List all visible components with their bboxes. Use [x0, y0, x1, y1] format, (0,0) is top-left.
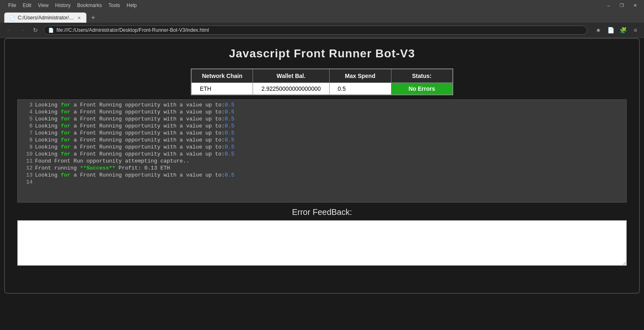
browser-toolbar: ← → ↻ 📄 file:///C:/Users/Administrator/D… — [0, 23, 644, 38]
log-line-number: 10 — [21, 151, 33, 157]
new-tab-button[interactable]: + — [88, 13, 98, 23]
col-header-wallet-bal: Wallet Bal. — [253, 69, 329, 83]
log-line: 7Looking for a Front Running opportunity… — [18, 130, 626, 137]
menu-help[interactable]: Help — [126, 2, 137, 8]
restore-button[interactable]: ❒ — [616, 1, 628, 10]
log-line-text: Looking for a Front Running opportunity … — [35, 130, 234, 136]
log-line-text: Looking for a Front Running opportunity … — [35, 109, 234, 115]
reading-list-icon[interactable]: 📄 — [606, 26, 615, 35]
reload-button[interactable]: ↻ — [30, 25, 40, 35]
menu-view[interactable]: View — [38, 2, 49, 8]
log-line: 8Looking for a Front Running opportunity… — [18, 137, 626, 144]
log-line-number: 7 — [21, 130, 33, 136]
window-controls: – ❒ ✕ — [603, 1, 641, 10]
tab-bar: 📄 C:/Users/Administrator/Desktop/F... ✕ … — [0, 11, 644, 23]
cell-wallet-bal: 2.92250000000000000 — [253, 83, 329, 95]
error-feedback-label: Error FeedBack: — [13, 207, 631, 217]
cell-status: No Errors — [391, 83, 453, 95]
browser-tab[interactable]: 📄 C:/Users/Administrator/Desktop/F... ✕ — [4, 12, 87, 23]
log-line-text: Front running **Success** Profit: 0.13 E… — [35, 165, 170, 171]
extensions-icon[interactable]: 🧩 — [618, 26, 628, 35]
data-table: Network Chain Wallet Bal. Max Spend Stat… — [191, 68, 453, 95]
log-line-text: Looking for a Front Running opportunity … — [35, 172, 234, 178]
minimize-button[interactable]: – — [603, 1, 614, 10]
log-line-text: Looking for a Front Running opportunity … — [35, 123, 234, 129]
table-row: ETH 2.92250000000000000 0.5 No Errors — [191, 83, 453, 95]
log-line-number: 3 — [21, 102, 33, 108]
log-line-text: Looking for a Front Running opportunity … — [35, 144, 234, 150]
log-line-number: 4 — [21, 109, 33, 115]
log-line-number: 9 — [21, 144, 33, 150]
bookmark-icon[interactable]: ★ — [594, 26, 603, 35]
log-line: 11Found Front Run opportunity attempting… — [18, 158, 626, 165]
back-button[interactable]: ← — [4, 25, 14, 35]
log-line-number: 14 — [21, 179, 33, 185]
log-line-number: 6 — [21, 123, 33, 129]
menu-bookmarks[interactable]: Bookmarks — [77, 2, 102, 8]
log-line-number: 13 — [21, 172, 33, 178]
log-line: 3Looking for a Front Running opportunity… — [18, 101, 626, 108]
log-line-text: Found Front Run opportunity attempting c… — [35, 158, 189, 164]
log-line: 9Looking for a Front Running opportunity… — [18, 144, 626, 151]
address-text: file:///C:/Users/Administrator/Desktop/F… — [56, 27, 583, 33]
log-line: 13Looking for a Front Running opportunit… — [18, 172, 626, 179]
log-line-number: 8 — [21, 137, 33, 143]
tab-close-button[interactable]: ✕ — [77, 15, 81, 21]
log-area[interactable]: 3Looking for a Front Running opportunity… — [17, 99, 627, 203]
tab-icon: 📄 — [9, 15, 15, 21]
browser-menubar: File Edit View History Bookmarks Tools H… — [3, 1, 142, 10]
col-header-status: Status: — [391, 69, 453, 83]
log-line-text: Looking for a Front Running opportunity … — [35, 137, 234, 143]
forward-button[interactable]: → — [17, 25, 27, 35]
address-bar[interactable]: 📄 file:///C:/Users/Administrator/Desktop… — [44, 26, 587, 35]
menu-edit[interactable]: Edit — [23, 2, 31, 8]
col-header-max-spend: Max Spend — [329, 69, 391, 83]
log-line: 12Front running **Success** Profit: 0.13… — [18, 165, 626, 172]
log-line: 14 — [18, 179, 626, 186]
page-title: Javascript Front Runner Bot-V3 — [13, 47, 631, 60]
col-header-network-chain: Network Chain — [191, 69, 253, 83]
log-line: 4Looking for a Front Running opportunity… — [18, 108, 626, 116]
error-feedback-textarea[interactable] — [17, 220, 627, 266]
log-line-text: Looking for a Front Running opportunity … — [35, 116, 234, 122]
page-icon: 📄 — [48, 28, 54, 33]
log-line-number: 12 — [21, 165, 33, 171]
log-line: 10Looking for a Front Running opportunit… — [18, 151, 626, 158]
log-line: 5Looking for a Front Running opportunity… — [18, 116, 626, 123]
log-line-number: 5 — [21, 116, 33, 122]
cell-max-spend: 0.5 — [329, 83, 391, 95]
menu-icon[interactable]: ≡ — [631, 26, 640, 35]
close-button[interactable]: ✕ — [629, 1, 641, 10]
menu-file[interactable]: File — [8, 2, 16, 8]
log-line-text: Looking for a Front Running opportunity … — [35, 151, 234, 157]
menu-tools[interactable]: Tools — [108, 2, 120, 8]
menu-history[interactable]: History — [55, 2, 70, 8]
browser-chrome: File Edit View History Bookmarks Tools H… — [0, 0, 644, 38]
log-line-text: Looking for a Front Running opportunity … — [35, 102, 234, 108]
log-line-number: 11 — [21, 158, 33, 164]
cell-network-chain: ETH — [191, 83, 253, 95]
browser-action-icons: ★ 📄 🧩 ≡ — [594, 26, 640, 35]
table-wrap: Network Chain Wallet Bal. Max Spend Stat… — [13, 68, 631, 95]
log-line: 6Looking for a Front Running opportunity… — [18, 123, 626, 130]
page-content: Javascript Front Runner Bot-V3 Network C… — [4, 38, 640, 294]
tab-title: C:/Users/Administrator/Desktop/F... — [18, 15, 75, 21]
